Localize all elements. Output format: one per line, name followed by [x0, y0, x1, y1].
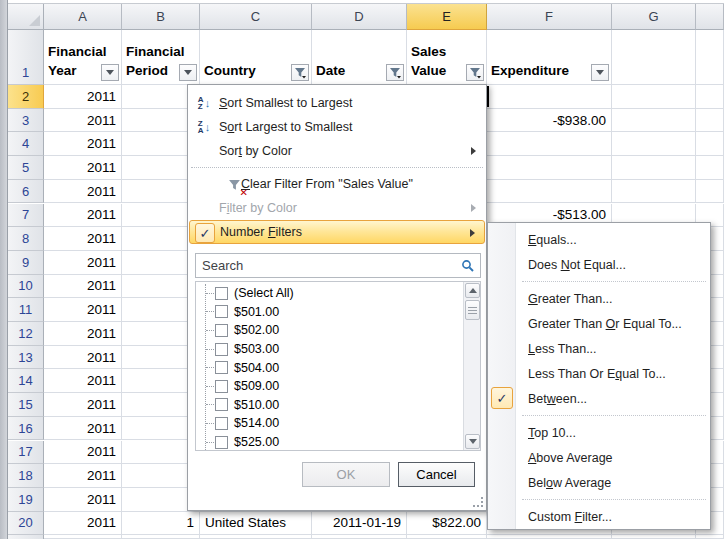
- menu-item-filter-by-color[interactable]: Filter by Color: [189, 196, 485, 220]
- cell-A13[interactable]: 2011: [44, 346, 122, 370]
- column-header-D[interactable]: D: [312, 4, 407, 30]
- row-header-21[interactable]: [8, 535, 44, 539]
- search-icon[interactable]: [461, 259, 475, 273]
- menu-item-clear-filter-from-sales-value[interactable]: ✕Clear Filter From "Sales Value": [189, 172, 485, 196]
- value-checkbox[interactable]: [215, 398, 228, 411]
- cell-F3[interactable]: -$938.00: [487, 109, 612, 133]
- value-checkbox[interactable]: [215, 343, 228, 356]
- cell-H6[interactable]: [696, 180, 724, 204]
- cell-F4[interactable]: [487, 132, 612, 156]
- row-header-5[interactable]: 5: [8, 156, 44, 180]
- cell-D20[interactable]: 2011-01-19: [312, 512, 407, 536]
- menu-item-sort-largest-to-smallest[interactable]: ZA↓Sort Largest to Smallest: [189, 115, 485, 139]
- search-input[interactable]: [196, 254, 480, 277]
- filter-applied-button-D[interactable]: [386, 64, 404, 81]
- column-header-F[interactable]: F: [487, 4, 612, 30]
- submenu-item-greater-than[interactable]: Greater Than...: [488, 286, 710, 311]
- submenu-item-greater-than-or-equal-to[interactable]: Greater Than Or Equal To...: [488, 311, 710, 336]
- submenu-item-above-average[interactable]: Above Average: [488, 445, 710, 470]
- row-header-14[interactable]: 14: [8, 369, 44, 393]
- menu-item-sort-by-color[interactable]: Sort by Color: [189, 139, 485, 163]
- filter-value-item[interactable]: $510.00: [196, 396, 463, 415]
- column-header-C[interactable]: C: [200, 4, 312, 30]
- row-header-15[interactable]: 15: [8, 393, 44, 417]
- row-header-16[interactable]: 16: [8, 417, 44, 441]
- cell-A6[interactable]: 2011: [44, 180, 122, 204]
- cell-H3[interactable]: [696, 109, 724, 133]
- cell-H2[interactable]: [696, 85, 724, 109]
- submenu-item-does-not-equal[interactable]: Does Not Equal...: [488, 252, 710, 277]
- menu-item-number-filters[interactable]: ✓Number Filters: [189, 220, 485, 244]
- cell-A5[interactable]: 2011: [44, 156, 122, 180]
- cell-A17[interactable]: 2011: [44, 441, 122, 465]
- cell-A11[interactable]: 2011: [44, 298, 122, 322]
- submenu-item-below-average[interactable]: Below Average: [488, 470, 710, 495]
- cell-G3[interactable]: [612, 109, 696, 133]
- cell-A3[interactable]: 2011: [44, 109, 122, 133]
- column-header-partial[interactable]: [696, 4, 724, 30]
- submenu-item-less-than[interactable]: Less Than...: [488, 336, 710, 361]
- value-checkbox[interactable]: [215, 436, 228, 449]
- row-header-18[interactable]: 18: [8, 464, 44, 488]
- row-header-3[interactable]: 3: [8, 109, 44, 133]
- filter-dropdown-button-A[interactable]: [101, 64, 119, 81]
- value-checkbox[interactable]: [215, 417, 228, 430]
- cell-E21-partial[interactable]: [407, 535, 487, 539]
- value-checkbox[interactable]: [215, 361, 228, 374]
- submenu-item-top-10[interactable]: Top 10...: [488, 420, 710, 445]
- cell-A18[interactable]: 2011: [44, 464, 122, 488]
- value-checkbox[interactable]: [215, 305, 228, 318]
- cell-F21-partial[interactable]: [487, 535, 612, 539]
- cell-G4[interactable]: [612, 132, 696, 156]
- scroll-up-button[interactable]: [465, 283, 480, 298]
- filter-dropdown-button-B[interactable]: [179, 64, 197, 81]
- cell-A20[interactable]: 2011: [44, 512, 122, 536]
- menu-item-sort-smallest-to-largest[interactable]: AZ↓Sort Smallest to Largest: [189, 91, 485, 115]
- column-header-B[interactable]: B: [122, 4, 200, 30]
- row-header-10[interactable]: 10: [8, 275, 44, 299]
- filter-value-item[interactable]: (Select All): [196, 284, 463, 303]
- row-header-6[interactable]: 6: [8, 180, 44, 204]
- cell-A2[interactable]: 2011: [44, 85, 122, 109]
- cell-B20[interactable]: 1: [122, 512, 200, 536]
- row-header-19[interactable]: 19: [8, 488, 44, 512]
- row-header-11[interactable]: 11: [8, 298, 44, 322]
- cell-H5[interactable]: [696, 156, 724, 180]
- filter-value-item[interactable]: $501.00: [196, 303, 463, 322]
- submenu-item-less-than-or-equal-to[interactable]: Less Than Or Equal To...: [488, 361, 710, 386]
- filter-applied-button-E[interactable]: [466, 64, 484, 81]
- cell-F2[interactable]: [487, 85, 612, 109]
- cell-A8[interactable]: 2011: [44, 227, 122, 251]
- cell-D21-partial[interactable]: [312, 535, 407, 539]
- filter-value-item[interactable]: $502.00: [196, 321, 463, 340]
- column-header-E[interactable]: E: [407, 4, 487, 30]
- row-header-9[interactable]: 9: [8, 251, 44, 275]
- cell-A4[interactable]: 2011: [44, 132, 122, 156]
- cell-A7[interactable]: 2011: [44, 204, 122, 228]
- filter-applied-button-C[interactable]: [291, 64, 309, 81]
- row-header-12[interactable]: 12: [8, 322, 44, 346]
- ok-button[interactable]: OK: [302, 462, 390, 487]
- cell-A14[interactable]: 2011: [44, 369, 122, 393]
- cell-C21-partial[interactable]: [200, 535, 312, 539]
- cell-A21-partial[interactable]: [44, 535, 122, 539]
- row-header-8[interactable]: 8: [8, 227, 44, 251]
- cell-A19[interactable]: 2011: [44, 488, 122, 512]
- filter-value-item[interactable]: $525.00: [196, 433, 463, 450]
- value-checkbox[interactable]: [215, 380, 228, 393]
- select-all-corner[interactable]: [8, 4, 44, 30]
- submenu-item-custom-filter[interactable]: Custom Filter...: [488, 504, 710, 529]
- filter-search-box[interactable]: [195, 253, 481, 278]
- cell-E20[interactable]: $822.00: [407, 512, 487, 536]
- cell-A10[interactable]: 2011: [44, 275, 122, 299]
- menu-resize-grip[interactable]: [473, 497, 483, 507]
- cell-A12[interactable]: 2011: [44, 322, 122, 346]
- cell-G6[interactable]: [612, 180, 696, 204]
- filter-value-item[interactable]: $509.00: [196, 377, 463, 396]
- column-header-A[interactable]: A: [44, 4, 122, 30]
- row-header-13[interactable]: 13: [8, 346, 44, 370]
- cell-H4[interactable]: [696, 132, 724, 156]
- filter-value-item[interactable]: $504.00: [196, 358, 463, 377]
- cell-G5[interactable]: [612, 156, 696, 180]
- cell-C20[interactable]: United States: [200, 512, 312, 536]
